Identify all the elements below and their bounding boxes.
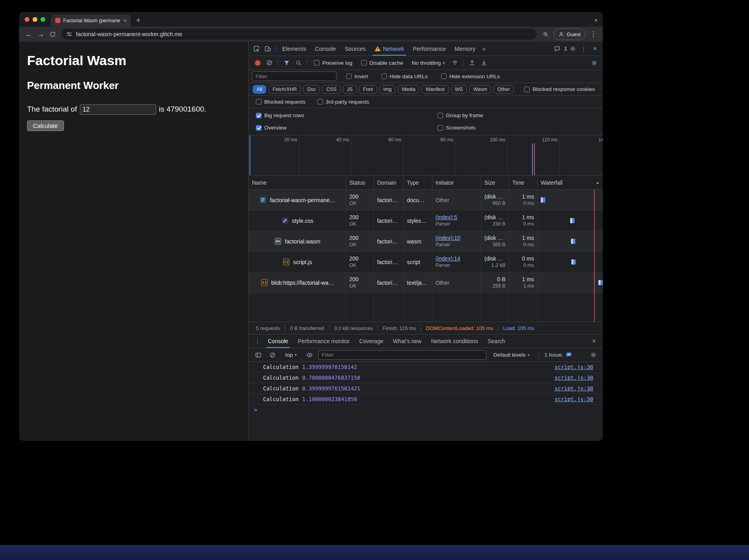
issues-counter-button[interactable]: [552, 44, 563, 54]
screenshots-checkbox[interactable]: Screenshots: [437, 125, 476, 131]
drawer-tab-console[interactable]: Console: [263, 334, 293, 348]
column-header-waterfall[interactable]: Waterfall ▲: [538, 176, 603, 189]
column-header-type[interactable]: Type: [404, 176, 432, 189]
network-overview-timeline[interactable]: 20 ms 40 ms 60 ms 80 ms 100 ms 120 ms 14: [249, 135, 603, 176]
browser-menu-button[interactable]: ⋮: [588, 29, 599, 40]
column-header-time[interactable]: Time: [509, 176, 538, 189]
initiator-link[interactable]: (index):14: [435, 255, 478, 262]
browser-tab[interactable]: Factorial Wasm (permanent W ×: [51, 14, 131, 27]
window-minimize-button[interactable]: [33, 17, 37, 22]
disable-cache-checkbox[interactable]: Disable cache: [361, 60, 403, 66]
devtools-settings-gear-icon[interactable]: [567, 44, 578, 54]
calculate-button[interactable]: Calculate: [27, 120, 64, 131]
chip-all[interactable]: All: [253, 85, 266, 94]
column-header-status[interactable]: Status: [346, 176, 374, 189]
profile-button[interactable]: Guest: [554, 28, 585, 40]
record-network-log-button[interactable]: [252, 58, 263, 68]
tab-sources[interactable]: Sources: [341, 42, 370, 56]
back-button[interactable]: ←: [23, 29, 34, 40]
overview-selection-handle[interactable]: [250, 135, 250, 175]
column-header-size[interactable]: Size: [481, 176, 509, 189]
drawer-menu-icon[interactable]: ⋮: [252, 336, 263, 346]
tab-elements[interactable]: Elements: [278, 42, 310, 56]
network-filter-input[interactable]: [252, 71, 337, 81]
more-tabs-icon[interactable]: »: [480, 45, 488, 52]
source-link[interactable]: script.js:30: [554, 364, 593, 370]
import-har-icon[interactable]: [466, 58, 478, 68]
filter-toggle-button[interactable]: [281, 58, 292, 68]
tab-performance[interactable]: Performance: [408, 42, 450, 56]
chip-js[interactable]: JS: [343, 85, 357, 94]
device-toolbar-icon[interactable]: [262, 44, 273, 54]
console-settings-gear-icon[interactable]: [588, 350, 599, 360]
issues-button[interactable]: 1 Issue: 1: [544, 352, 572, 358]
chip-img[interactable]: Img: [379, 85, 396, 94]
drawer-tab-performance-monitor[interactable]: Performance monitor: [293, 334, 354, 348]
source-link[interactable]: script.js:30: [554, 396, 593, 402]
drawer-tab-search[interactable]: Search: [483, 334, 510, 348]
third-party-requests-checkbox[interactable]: 3rd-party requests: [317, 99, 370, 105]
site-info-icon[interactable]: [66, 31, 72, 37]
chip-css[interactable]: CSS: [322, 85, 341, 94]
drawer-tab-coverage[interactable]: Coverage: [354, 334, 388, 348]
hide-extension-urls-checkbox[interactable]: Hide extension URLs: [441, 73, 500, 79]
initiator-link[interactable]: (index):10: [435, 234, 478, 241]
drawer-tab-network-conditions[interactable]: Network conditions: [426, 334, 483, 348]
forward-button[interactable]: →: [35, 29, 46, 40]
factorial-input[interactable]: [80, 104, 156, 115]
devtools-close-icon[interactable]: ×: [589, 44, 600, 54]
big-request-rows-checkbox[interactable]: Big request rows: [253, 112, 430, 118]
inspect-element-icon[interactable]: [251, 44, 262, 54]
network-settings-gear-icon[interactable]: [588, 58, 600, 68]
table-row[interactable]: style.css 200OK factori… styles… (index)…: [249, 210, 603, 231]
table-row[interactable]: blob:https://factorial-wa… 200OK factori…: [249, 272, 603, 293]
reload-button[interactable]: [47, 29, 58, 40]
hide-data-urls-checkbox[interactable]: Hide data URLs: [381, 73, 428, 79]
tab-close-icon[interactable]: ×: [123, 17, 128, 24]
chip-doc[interactable]: Doc: [303, 85, 320, 94]
blocked-requests-checkbox[interactable]: Blocked requests: [256, 99, 306, 105]
console-prompt[interactable]: >: [249, 405, 603, 415]
network-conditions-icon[interactable]: [449, 58, 461, 68]
column-header-initiator[interactable]: Initiator: [432, 176, 481, 189]
search-button[interactable]: [293, 58, 304, 68]
new-tab-button[interactable]: +: [133, 15, 143, 25]
live-expression-eye-icon[interactable]: [304, 350, 315, 360]
invert-checkbox[interactable]: Invert: [346, 73, 368, 79]
chip-media[interactable]: Media: [398, 85, 419, 94]
column-header-name[interactable]: Name: [249, 176, 346, 189]
column-header-domain[interactable]: Domain: [374, 176, 404, 189]
chip-manifest[interactable]: Manifest: [422, 85, 448, 94]
drawer-close-icon[interactable]: ×: [588, 336, 600, 346]
clear-network-log-button[interactable]: [264, 58, 275, 68]
source-link[interactable]: script.js:30: [554, 385, 593, 392]
table-row[interactable]: factorial-wasm-permane… 200OK factori… d…: [249, 190, 603, 210]
chip-other[interactable]: Other: [494, 85, 514, 94]
window-maximize-button[interactable]: [41, 17, 45, 22]
initiator-link[interactable]: (index):5: [435, 214, 478, 221]
chip-font[interactable]: Font: [359, 85, 377, 94]
chip-wasm[interactable]: Wasm: [469, 85, 491, 94]
table-row[interactable]: script.js 200OK factori… script (index):…: [249, 252, 603, 272]
preserve-log-checkbox[interactable]: Preserve log: [314, 60, 352, 66]
log-levels-dropdown[interactable]: Default levels ▾: [494, 352, 530, 358]
group-by-frame-checkbox[interactable]: Group by frame: [437, 112, 483, 118]
window-close-button[interactable]: [25, 17, 29, 22]
blocked-response-cookies-checkbox[interactable]: Blocked response cookies: [524, 86, 595, 92]
tab-search-chevron-icon[interactable]: ▾: [595, 17, 597, 23]
tab-console[interactable]: Console: [310, 42, 340, 56]
devtools-menu-icon[interactable]: ⋮: [578, 44, 589, 54]
chip-ws[interactable]: WS: [451, 85, 467, 94]
context-selector-dropdown[interactable]: top ▾: [285, 352, 297, 358]
chip-fetch-xhr[interactable]: Fetch/XHR: [269, 85, 301, 94]
export-har-icon[interactable]: [478, 58, 490, 68]
clear-console-button[interactable]: [267, 350, 278, 360]
table-row[interactable]: WA factorial.wasm 200OK factori… wasm (i…: [249, 231, 603, 252]
zoom-icon[interactable]: [540, 29, 551, 40]
address-bar[interactable]: factorial-wasm-permanent-worker.glitch.m…: [61, 29, 537, 40]
source-link[interactable]: script.js:30: [554, 375, 593, 381]
console-sidebar-toggle-icon[interactable]: [253, 350, 264, 360]
throttling-dropdown[interactable]: No throttling ▾: [412, 60, 445, 66]
console-filter-input[interactable]: [318, 350, 486, 360]
tab-memory[interactable]: Memory: [450, 42, 480, 56]
